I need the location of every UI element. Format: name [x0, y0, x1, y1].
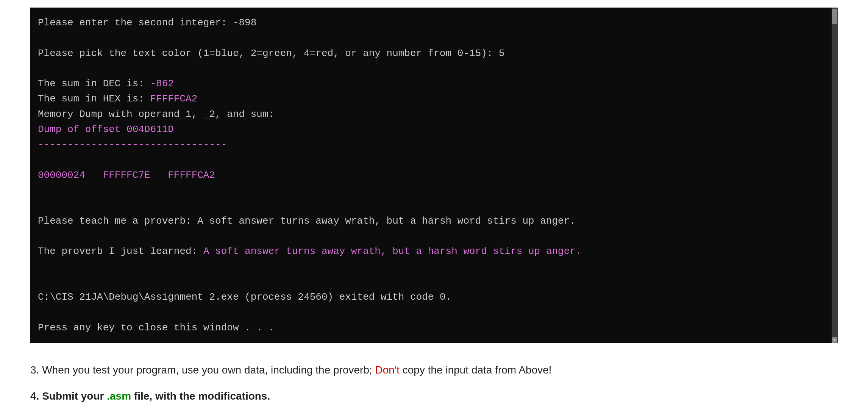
terminal-empty-1	[38, 30, 830, 45]
instruction-item-4: 4. Submit your .asm file, with the modif…	[30, 388, 838, 405]
page-container: Please enter the second integer: -898 Pl…	[0, 0, 868, 414]
terminal-empty-2	[38, 61, 830, 76]
terminal-line-5: The sum in DEC is: -862	[38, 76, 830, 91]
terminal-line-7: Memory Dump with operand_1, _2, and sum:	[38, 107, 830, 122]
instructions-section: 3. When you test your program, use you o…	[30, 358, 838, 414]
terminal-empty-3	[38, 153, 830, 168]
instruction-text-4b: file, with the modifications.	[131, 390, 270, 402]
instruction-text-3b: copy the input data from Above!	[400, 364, 552, 376]
terminal-empty-7	[38, 259, 830, 274]
terminal-output: Please enter the second integer: -898 Pl…	[30, 8, 838, 343]
instruction-text-3a: When you test your program, use you own …	[39, 364, 375, 376]
instruction-text-4a: Submit your	[39, 390, 107, 402]
terminal-wrapper: Please enter the second integer: -898 Pl…	[30, 8, 838, 343]
terminal-text-white-5: The sum in DEC is:	[38, 78, 150, 89]
terminal-line-11: 00000024 FFFFFC7E FFFFFCA2	[38, 168, 830, 183]
instruction-item-3: 3. When you test your program, use you o…	[30, 362, 838, 379]
terminal-empty-5	[38, 198, 830, 213]
terminal-line-16: The proverb I just learned: A soft answe…	[38, 244, 830, 259]
terminal-text-white-6: The sum in HEX is:	[38, 93, 150, 104]
terminal-line-6: The sum in HEX is: FFFFFCA2	[38, 91, 830, 106]
terminal-text-magenta-5: -862	[150, 78, 173, 89]
instruction-number-4: 4.	[30, 390, 39, 402]
terminal-line-1: Please enter the second integer: -898	[38, 15, 830, 30]
terminal-scrollbar[interactable]: ▼	[832, 8, 838, 343]
terminal-text-magenta-6: FFFFFCA2	[150, 93, 197, 104]
terminal-text-magenta-16: A soft answer turns away wrath, but a ha…	[203, 246, 582, 257]
scrollbar-arrow-down[interactable]: ▼	[832, 337, 837, 343]
instruction-asm: .asm	[107, 390, 131, 402]
instruction-number-3: 3.	[30, 364, 39, 376]
terminal-line-9: --------------------------------	[38, 137, 830, 152]
terminal-line-8: Dump of offset 004D611D	[38, 122, 830, 137]
terminal-empty-6	[38, 229, 830, 244]
terminal-text-white-16: The proverb I just learned:	[38, 246, 203, 257]
scrollbar-thumb[interactable]	[832, 9, 837, 24]
terminal-line-19: C:\CIS 21JA\Debug\Assignment 2.exe (proc…	[38, 289, 830, 305]
terminal-line-14: Please teach me a proverb: A soft answer…	[38, 213, 830, 229]
instruction-dont: Don't	[375, 364, 400, 376]
terminal-empty-8	[38, 274, 830, 289]
terminal-empty-9	[38, 305, 830, 320]
terminal-line-3: Please pick the text color (1=blue, 2=gr…	[38, 46, 830, 61]
terminal-line-21: Press any key to close this window . . .	[38, 320, 830, 335]
terminal-empty-4	[38, 183, 830, 198]
